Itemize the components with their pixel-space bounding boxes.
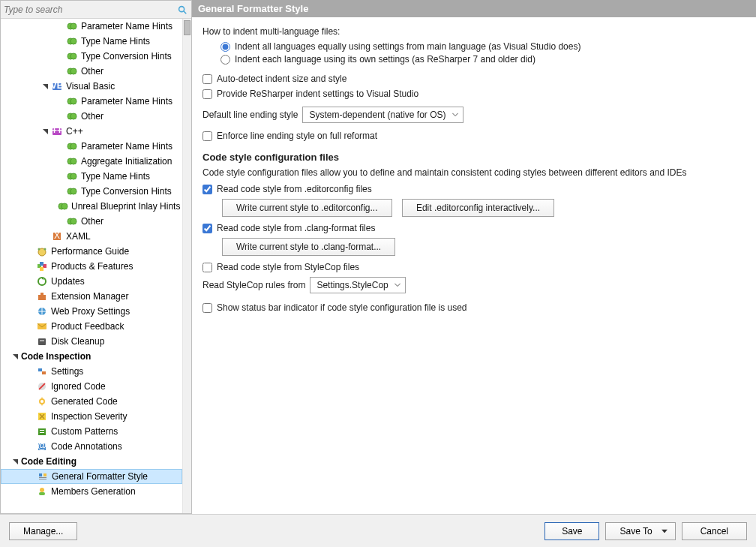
tree-item[interactable]: XXAML bbox=[1, 229, 182, 244]
manage-button[interactable]: Manage... bbox=[9, 522, 77, 540]
expander-spacer bbox=[26, 413, 34, 421]
tree-item[interactable]: Ignored Code bbox=[1, 379, 182, 394]
check-editorconfig[interactable]: Read code style from .editorconfig files bbox=[202, 184, 746, 194]
tree-item[interactable]: Type Name Hints bbox=[1, 169, 182, 184]
stylecop-select[interactable]: Settings.StyleCop bbox=[310, 277, 405, 293]
default-ending-select[interactable]: System-dependent (native for OS) bbox=[302, 107, 463, 123]
radio-indent-own-input[interactable] bbox=[220, 55, 230, 65]
check-autodetect[interactable]: Auto-detect indent size and style bbox=[202, 74, 746, 84]
tree-item[interactable]: Updates bbox=[1, 274, 182, 289]
tree-item[interactable]: Other bbox=[1, 109, 182, 124]
prod-icon bbox=[36, 260, 48, 272]
radio-indent-own[interactable]: Indent each language using its own setti… bbox=[220, 54, 746, 65]
check-stylecop-input[interactable] bbox=[202, 263, 212, 272]
tree-item[interactable]: Other bbox=[1, 214, 182, 229]
expander-icon[interactable] bbox=[11, 353, 20, 361]
tree-item[interactable]: ++C++ bbox=[1, 124, 182, 139]
svg-point-21 bbox=[70, 158, 76, 164]
hint-icon bbox=[66, 20, 78, 32]
tree-item-label: Other bbox=[81, 111, 104, 122]
radio-indent-all-input[interactable] bbox=[220, 42, 230, 52]
expander-spacer bbox=[27, 473, 35, 481]
tree-item[interactable]: Generated Code bbox=[1, 394, 182, 409]
check-enforce-input[interactable] bbox=[202, 131, 212, 141]
svg-point-19 bbox=[70, 143, 76, 149]
expander-spacer bbox=[56, 98, 64, 106]
tree-item[interactable]: Parameter Name Hints bbox=[1, 94, 182, 109]
search-icon[interactable] bbox=[176, 4, 188, 16]
tree-scrollbar[interactable] bbox=[182, 19, 191, 513]
section-code-style-files: Code style configuration files bbox=[202, 152, 746, 163]
check-provide[interactable]: Provide ReSharper indent settings to Vis… bbox=[202, 89, 746, 99]
check-autodetect-label: Auto-detect indent size and style bbox=[217, 74, 346, 84]
svg-rect-40 bbox=[38, 295, 46, 300]
svg-point-9 bbox=[70, 68, 76, 74]
expander-spacer bbox=[56, 38, 64, 46]
svg-rect-63 bbox=[39, 492, 45, 495]
tree-item-label: Extension Manager bbox=[51, 291, 128, 302]
check-editorconfig-input[interactable] bbox=[202, 185, 212, 194]
expander-spacer bbox=[41, 233, 50, 241]
tree-item[interactable]: Parameter Name Hints bbox=[1, 19, 182, 34]
tree-item[interactable]: Aggregate Initialization bbox=[1, 154, 182, 169]
tree-item-label: Settings bbox=[51, 366, 83, 377]
edit-editorconfig-button[interactable]: Edit .editorconfig interactively... bbox=[402, 199, 554, 217]
hint-icon bbox=[66, 50, 78, 62]
save-button[interactable]: Save bbox=[544, 522, 599, 540]
write-editorconfig-button[interactable]: Write current style to .editorconfig... bbox=[222, 199, 392, 217]
tree-item[interactable]: Parameter Name Hints bbox=[1, 139, 182, 154]
tree-item-label: Parameter Name Hints bbox=[81, 141, 172, 152]
svg-rect-61 bbox=[39, 479, 46, 479]
check-statusbar[interactable]: Show status bar indicator if code style … bbox=[202, 302, 746, 313]
tree-item-label: Inspection Severity bbox=[51, 411, 127, 422]
check-clang[interactable]: Read code style from .clang-format files bbox=[202, 223, 746, 233]
svg-point-51 bbox=[40, 400, 44, 403]
save-to-button[interactable]: Save To bbox=[605, 522, 675, 540]
tree-thumb[interactable] bbox=[184, 20, 190, 35]
expander-spacer bbox=[26, 323, 34, 331]
expander-icon[interactable] bbox=[11, 458, 20, 466]
search-input[interactable] bbox=[4, 3, 176, 17]
tree-item[interactable]: Extension Manager bbox=[1, 289, 182, 304]
tree-item[interactable]: Unreal Blueprint Inlay Hints bbox=[1, 199, 182, 214]
check-provide-input[interactable] bbox=[202, 89, 212, 99]
check-clang-input[interactable] bbox=[202, 224, 212, 233]
check-statusbar-input[interactable] bbox=[202, 303, 212, 313]
tree-item[interactable]: Other bbox=[1, 64, 182, 79]
check-enforce[interactable]: Enforce line ending style on full reform… bbox=[202, 131, 746, 141]
vb-icon: VB bbox=[51, 80, 63, 92]
radio-indent-all[interactable]: Indent all languages equally using setti… bbox=[220, 41, 746, 52]
expander-icon[interactable] bbox=[41, 83, 50, 91]
tree-item[interactable]: Code Editing bbox=[1, 454, 182, 469]
cancel-button[interactable]: Cancel bbox=[682, 522, 747, 540]
tree-item-label: Disk Cleanup bbox=[51, 336, 104, 347]
tree-item[interactable]: Inspection Severity bbox=[1, 409, 182, 424]
tree-item[interactable]: VBVisual Basic bbox=[1, 79, 182, 94]
expander-icon[interactable] bbox=[41, 128, 50, 136]
tree-item[interactable]: Type Name Hints bbox=[1, 34, 182, 49]
tree-item[interactable]: Settings bbox=[1, 364, 182, 379]
tree-item-label: Aggregate Initialization bbox=[81, 156, 172, 167]
svg-point-62 bbox=[40, 488, 44, 492]
tree-item[interactable]: Disk Cleanup bbox=[1, 334, 182, 349]
check-autodetect-input[interactable] bbox=[202, 74, 212, 84]
svg-text:X: X bbox=[54, 231, 60, 241]
expander-spacer bbox=[26, 428, 34, 436]
disk-icon bbox=[36, 335, 48, 347]
write-clang-button[interactable]: Write current style to .clang-format... bbox=[222, 238, 395, 256]
tree-item[interactable]: Code Inspection bbox=[1, 349, 182, 364]
tree-item[interactable]: Product Feedback bbox=[1, 319, 182, 334]
svg-rect-44 bbox=[38, 338, 46, 345]
ignored-icon bbox=[36, 380, 48, 392]
tree-item[interactable]: Members Generation bbox=[1, 484, 182, 499]
tree-item[interactable]: Type Conversion Hints bbox=[1, 184, 182, 199]
tree-item[interactable]: @Code Annotations bbox=[1, 439, 182, 454]
tree-item[interactable]: Type Conversion Hints bbox=[1, 49, 182, 64]
check-stylecop[interactable]: Read code style from StyleCop files bbox=[202, 262, 746, 272]
expander-spacer bbox=[26, 443, 34, 451]
tree-item[interactable]: Performance Guide bbox=[1, 244, 182, 259]
tree-item[interactable]: Custom Patterns bbox=[1, 424, 182, 439]
tree-item[interactable]: Web Proxy Settings bbox=[1, 304, 182, 319]
tree-item[interactable]: General Formatter Style bbox=[1, 469, 182, 484]
tree-item[interactable]: Products & Features bbox=[1, 259, 182, 274]
